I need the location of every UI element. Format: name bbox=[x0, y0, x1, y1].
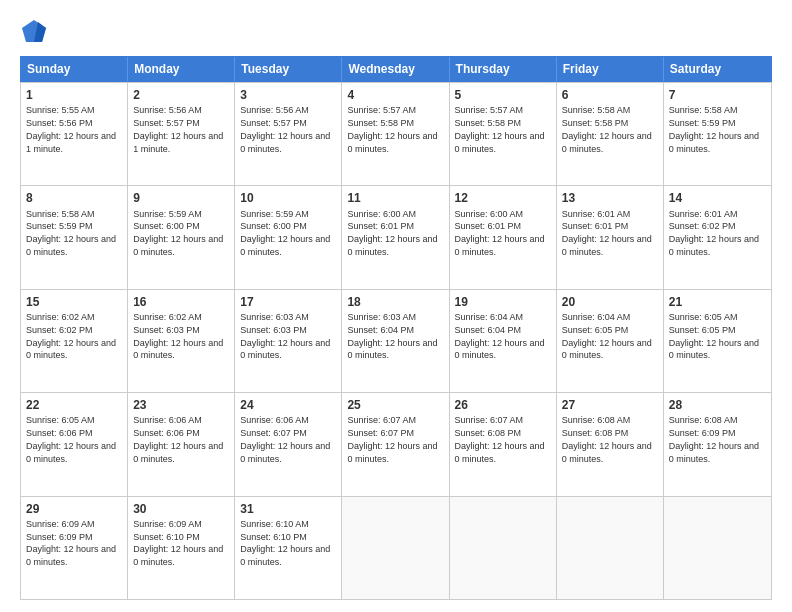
calendar-cell: 7Sunrise: 5:58 AMSunset: 5:59 PMDaylight… bbox=[664, 83, 771, 185]
calendar-cell: 30Sunrise: 6:09 AMSunset: 6:10 PMDayligh… bbox=[128, 497, 235, 599]
calendar-header-cell: Sunday bbox=[21, 57, 128, 81]
day-number: 7 bbox=[669, 87, 766, 103]
day-info: Sunrise: 6:04 AMSunset: 6:05 PMDaylight:… bbox=[562, 312, 652, 360]
day-number: 12 bbox=[455, 190, 551, 206]
day-info: Sunrise: 6:05 AMSunset: 6:06 PMDaylight:… bbox=[26, 415, 116, 463]
calendar-cell: 18Sunrise: 6:03 AMSunset: 6:04 PMDayligh… bbox=[342, 290, 449, 392]
day-info: Sunrise: 6:08 AMSunset: 6:09 PMDaylight:… bbox=[669, 415, 759, 463]
logo bbox=[20, 18, 52, 46]
calendar-cell: 24Sunrise: 6:06 AMSunset: 6:07 PMDayligh… bbox=[235, 393, 342, 495]
calendar-cell bbox=[557, 497, 664, 599]
calendar-cell: 9Sunrise: 5:59 AMSunset: 6:00 PMDaylight… bbox=[128, 186, 235, 288]
header bbox=[20, 18, 772, 46]
day-info: Sunrise: 5:58 AMSunset: 5:59 PMDaylight:… bbox=[669, 105, 759, 153]
calendar-row: 22Sunrise: 6:05 AMSunset: 6:06 PMDayligh… bbox=[21, 392, 771, 495]
calendar-header-cell: Monday bbox=[128, 57, 235, 81]
calendar-cell: 13Sunrise: 6:01 AMSunset: 6:01 PMDayligh… bbox=[557, 186, 664, 288]
day-info: Sunrise: 5:59 AMSunset: 6:00 PMDaylight:… bbox=[133, 209, 223, 257]
day-number: 18 bbox=[347, 294, 443, 310]
day-info: Sunrise: 6:00 AMSunset: 6:01 PMDaylight:… bbox=[347, 209, 437, 257]
day-number: 19 bbox=[455, 294, 551, 310]
calendar-row: 29Sunrise: 6:09 AMSunset: 6:09 PMDayligh… bbox=[21, 496, 771, 599]
calendar-cell: 17Sunrise: 6:03 AMSunset: 6:03 PMDayligh… bbox=[235, 290, 342, 392]
day-info: Sunrise: 5:58 AMSunset: 5:59 PMDaylight:… bbox=[26, 209, 116, 257]
calendar-header-cell: Tuesday bbox=[235, 57, 342, 81]
day-info: Sunrise: 6:03 AMSunset: 6:03 PMDaylight:… bbox=[240, 312, 330, 360]
day-number: 25 bbox=[347, 397, 443, 413]
day-number: 22 bbox=[26, 397, 122, 413]
day-info: Sunrise: 6:01 AMSunset: 6:02 PMDaylight:… bbox=[669, 209, 759, 257]
calendar-cell: 21Sunrise: 6:05 AMSunset: 6:05 PMDayligh… bbox=[664, 290, 771, 392]
day-number: 30 bbox=[133, 501, 229, 517]
calendar-header: SundayMondayTuesdayWednesdayThursdayFrid… bbox=[20, 56, 772, 82]
day-info: Sunrise: 6:05 AMSunset: 6:05 PMDaylight:… bbox=[669, 312, 759, 360]
calendar-cell: 14Sunrise: 6:01 AMSunset: 6:02 PMDayligh… bbox=[664, 186, 771, 288]
calendar-cell: 20Sunrise: 6:04 AMSunset: 6:05 PMDayligh… bbox=[557, 290, 664, 392]
day-info: Sunrise: 6:01 AMSunset: 6:01 PMDaylight:… bbox=[562, 209, 652, 257]
day-number: 3 bbox=[240, 87, 336, 103]
day-info: Sunrise: 6:07 AMSunset: 6:07 PMDaylight:… bbox=[347, 415, 437, 463]
calendar-row: 15Sunrise: 6:02 AMSunset: 6:02 PMDayligh… bbox=[21, 289, 771, 392]
day-number: 8 bbox=[26, 190, 122, 206]
day-number: 13 bbox=[562, 190, 658, 206]
day-number: 20 bbox=[562, 294, 658, 310]
day-number: 29 bbox=[26, 501, 122, 517]
day-info: Sunrise: 6:06 AMSunset: 6:07 PMDaylight:… bbox=[240, 415, 330, 463]
day-info: Sunrise: 6:03 AMSunset: 6:04 PMDaylight:… bbox=[347, 312, 437, 360]
day-number: 5 bbox=[455, 87, 551, 103]
calendar-cell: 28Sunrise: 6:08 AMSunset: 6:09 PMDayligh… bbox=[664, 393, 771, 495]
day-info: Sunrise: 6:00 AMSunset: 6:01 PMDaylight:… bbox=[455, 209, 545, 257]
day-info: Sunrise: 5:57 AMSunset: 5:58 PMDaylight:… bbox=[455, 105, 545, 153]
calendar-cell: 11Sunrise: 6:00 AMSunset: 6:01 PMDayligh… bbox=[342, 186, 449, 288]
calendar-cell: 5Sunrise: 5:57 AMSunset: 5:58 PMDaylight… bbox=[450, 83, 557, 185]
day-number: 1 bbox=[26, 87, 122, 103]
calendar-cell bbox=[664, 497, 771, 599]
day-number: 6 bbox=[562, 87, 658, 103]
day-number: 11 bbox=[347, 190, 443, 206]
day-number: 21 bbox=[669, 294, 766, 310]
calendar-row: 8Sunrise: 5:58 AMSunset: 5:59 PMDaylight… bbox=[21, 185, 771, 288]
calendar-cell: 25Sunrise: 6:07 AMSunset: 6:07 PMDayligh… bbox=[342, 393, 449, 495]
day-number: 15 bbox=[26, 294, 122, 310]
calendar-cell: 19Sunrise: 6:04 AMSunset: 6:04 PMDayligh… bbox=[450, 290, 557, 392]
calendar-cell: 16Sunrise: 6:02 AMSunset: 6:03 PMDayligh… bbox=[128, 290, 235, 392]
day-info: Sunrise: 6:10 AMSunset: 6:10 PMDaylight:… bbox=[240, 519, 330, 567]
calendar-cell bbox=[450, 497, 557, 599]
day-number: 14 bbox=[669, 190, 766, 206]
day-info: Sunrise: 6:09 AMSunset: 6:10 PMDaylight:… bbox=[133, 519, 223, 567]
day-number: 27 bbox=[562, 397, 658, 413]
day-info: Sunrise: 5:58 AMSunset: 5:58 PMDaylight:… bbox=[562, 105, 652, 153]
day-number: 10 bbox=[240, 190, 336, 206]
day-info: Sunrise: 6:02 AMSunset: 6:02 PMDaylight:… bbox=[26, 312, 116, 360]
day-number: 23 bbox=[133, 397, 229, 413]
calendar-cell: 3Sunrise: 5:56 AMSunset: 5:57 PMDaylight… bbox=[235, 83, 342, 185]
calendar: SundayMondayTuesdayWednesdayThursdayFrid… bbox=[20, 56, 772, 600]
calendar-cell: 1Sunrise: 5:55 AMSunset: 5:56 PMDaylight… bbox=[21, 83, 128, 185]
day-number: 28 bbox=[669, 397, 766, 413]
calendar-cell: 10Sunrise: 5:59 AMSunset: 6:00 PMDayligh… bbox=[235, 186, 342, 288]
day-info: Sunrise: 6:09 AMSunset: 6:09 PMDaylight:… bbox=[26, 519, 116, 567]
day-number: 17 bbox=[240, 294, 336, 310]
day-number: 31 bbox=[240, 501, 336, 517]
day-info: Sunrise: 6:04 AMSunset: 6:04 PMDaylight:… bbox=[455, 312, 545, 360]
calendar-header-cell: Saturday bbox=[664, 57, 771, 81]
calendar-cell: 15Sunrise: 6:02 AMSunset: 6:02 PMDayligh… bbox=[21, 290, 128, 392]
day-number: 2 bbox=[133, 87, 229, 103]
calendar-header-cell: Thursday bbox=[450, 57, 557, 81]
day-info: Sunrise: 6:08 AMSunset: 6:08 PMDaylight:… bbox=[562, 415, 652, 463]
day-info: Sunrise: 5:55 AMSunset: 5:56 PMDaylight:… bbox=[26, 105, 116, 153]
calendar-row: 1Sunrise: 5:55 AMSunset: 5:56 PMDaylight… bbox=[21, 82, 771, 185]
calendar-cell: 6Sunrise: 5:58 AMSunset: 5:58 PMDaylight… bbox=[557, 83, 664, 185]
calendar-header-cell: Friday bbox=[557, 57, 664, 81]
calendar-cell: 29Sunrise: 6:09 AMSunset: 6:09 PMDayligh… bbox=[21, 497, 128, 599]
day-info: Sunrise: 5:59 AMSunset: 6:00 PMDaylight:… bbox=[240, 209, 330, 257]
day-number: 4 bbox=[347, 87, 443, 103]
day-info: Sunrise: 5:56 AMSunset: 5:57 PMDaylight:… bbox=[240, 105, 330, 153]
calendar-header-cell: Wednesday bbox=[342, 57, 449, 81]
calendar-cell: 4Sunrise: 5:57 AMSunset: 5:58 PMDaylight… bbox=[342, 83, 449, 185]
day-number: 24 bbox=[240, 397, 336, 413]
calendar-cell: 27Sunrise: 6:08 AMSunset: 6:08 PMDayligh… bbox=[557, 393, 664, 495]
day-info: Sunrise: 5:57 AMSunset: 5:58 PMDaylight:… bbox=[347, 105, 437, 153]
calendar-cell: 12Sunrise: 6:00 AMSunset: 6:01 PMDayligh… bbox=[450, 186, 557, 288]
day-info: Sunrise: 6:06 AMSunset: 6:06 PMDaylight:… bbox=[133, 415, 223, 463]
